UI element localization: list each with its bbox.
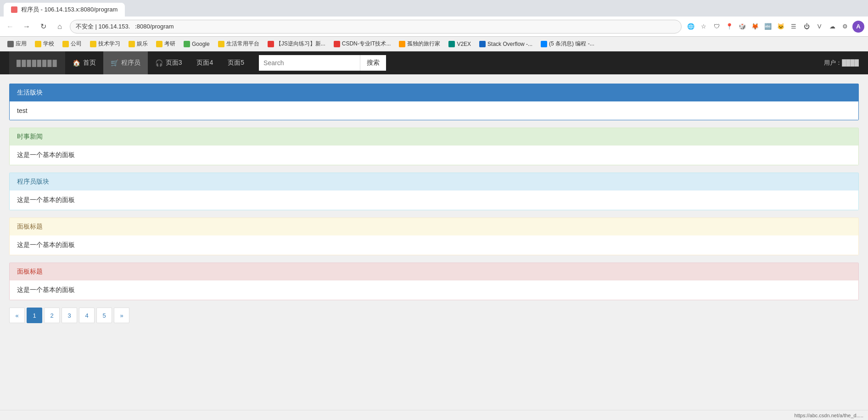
bookmark-icon[interactable]: ☆ <box>698 21 709 32</box>
extension3-icon[interactable]: 🎲 <box>737 21 748 32</box>
browser-toolbar-icons: 🌐 ☆ 🛡 📍 🎲 🦊 🔤 🐱 ☰ ⏻ V ☁ ⚙ A <box>685 21 864 33</box>
panel-life: 生活版块 test <box>9 84 859 120</box>
nav-page4-label: 页面4 <box>196 59 213 67</box>
bookmark-csdn[interactable]: CSDN-专业IT技术... <box>330 39 395 49</box>
bookmark-school[interactable]: 学校 <box>31 39 58 49</box>
forward-button[interactable]: → <box>20 20 33 33</box>
bookmark-zhihu-label: (5 条消息) 编程 -... <box>549 40 594 48</box>
profile-icon[interactable]: A <box>852 21 864 33</box>
pagination-next-label: » <box>120 312 123 319</box>
bookmark-apps[interactable]: 应用 <box>4 39 30 49</box>
extension2-icon[interactable]: 📍 <box>724 21 735 32</box>
address-input[interactable] <box>70 20 682 34</box>
extension5-icon[interactable]: 🔤 <box>762 21 773 32</box>
company-icon <box>62 41 69 47</box>
panel-danger-header: 面板标题 <box>10 263 858 280</box>
back-button[interactable]: ← <box>4 20 17 33</box>
bookmark-js-label: 【JS逆向练习】新... <box>276 40 325 48</box>
nav-home[interactable]: 🏠 首页 <box>65 51 103 74</box>
power-icon[interactable]: ⏻ <box>801 21 812 32</box>
bookmark-google[interactable]: Google <box>180 39 213 49</box>
panel-news: 时事新闻 这是一个基本的面板 <box>9 128 859 165</box>
pagination-page-2[interactable]: 2 <box>44 308 60 323</box>
search-input[interactable] <box>259 55 360 71</box>
user-v-icon[interactable]: V <box>814 21 825 32</box>
apps-icon <box>7 41 14 47</box>
pagination-page-3[interactable]: 3 <box>62 308 77 323</box>
bookmark-tech[interactable]: 技术学习 <box>86 39 124 49</box>
panel-programmer-body: 这是一个基本的面板 <box>10 190 858 210</box>
school-icon <box>35 41 41 47</box>
bookmarks-bar: 应用 学校 公司 技术学习 娱乐 考研 Google 生活常用平台 <box>0 37 868 51</box>
pagination-prev[interactable]: « <box>9 308 25 323</box>
cloud-icon[interactable]: ☁ <box>827 21 838 32</box>
bookmark-tech-label: 技术学习 <box>98 40 120 48</box>
life-icon <box>218 41 224 47</box>
bookmark-life[interactable]: 生活常用平台 <box>214 39 263 49</box>
panel-warning-body: 这是一个基本的面板 <box>10 235 858 255</box>
entertainment-icon <box>129 41 135 47</box>
bookmark-apps-label: 应用 <box>16 40 27 48</box>
bookmark-v2ex[interactable]: V2EX <box>445 39 475 49</box>
search-button[interactable]: 搜索 <box>360 55 386 71</box>
panel-life-title: 生活版块 <box>17 89 43 96</box>
bookmark-travel[interactable]: 孤独的旅行家 <box>395 39 444 49</box>
bookmark-company-label: 公司 <box>71 40 82 48</box>
logo-text: ████████ <box>17 60 58 67</box>
bookmark-zhihu[interactable]: (5 条消息) 编程 -... <box>537 39 598 49</box>
nav-page4[interactable]: 页面4 <box>189 51 220 74</box>
pagination-page-1-label: 1 <box>33 312 36 319</box>
pagination-page-3-label: 3 <box>67 312 71 319</box>
panel-danger-body: 这是一个基本的面板 <box>10 280 858 300</box>
pagination-page-5[interactable]: 5 <box>96 308 112 323</box>
nav-programmer-label: 程序员 <box>121 59 140 67</box>
page3-nav-icon: 🎧 <box>155 59 163 67</box>
panel-news-header: 时事新闻 <box>10 128 858 146</box>
pagination-page-5-label: 5 <box>102 312 106 319</box>
bookmark-company[interactable]: 公司 <box>59 39 85 49</box>
bookmark-entertainment[interactable]: 娱乐 <box>125 39 151 49</box>
extension7-icon[interactable]: ☰ <box>788 21 799 32</box>
panel-news-body: 这是一个基本的面板 <box>10 146 858 165</box>
panel-news-content: 这是一个基本的面板 <box>17 151 75 158</box>
nav-page3-label: 页面3 <box>166 59 182 67</box>
bookmark-exam[interactable]: 考研 <box>152 39 179 49</box>
extension1-icon[interactable]: 🛡 <box>711 21 722 32</box>
pagination-next[interactable]: » <box>114 308 129 323</box>
user-info: 用户：████ <box>824 59 859 67</box>
nav-programmer[interactable]: 🛒 程序员 <box>103 51 148 74</box>
panel-warning-title: 面板标题 <box>17 223 43 230</box>
programmer-nav-icon: 🛒 <box>111 59 118 67</box>
active-tab[interactable]: 程序员 - 106.14.153.x:8080/program <box>4 3 125 17</box>
extensions-icon[interactable]: ⚙ <box>840 21 851 32</box>
nav-page3[interactable]: 🎧 页面3 <box>148 51 190 74</box>
panel-warning-content: 这是一个基本的面板 <box>17 241 75 248</box>
extension4-icon[interactable]: 🦊 <box>750 21 761 32</box>
panel-danger-title: 面板标题 <box>17 268 43 275</box>
csdn-icon <box>334 41 340 47</box>
search-btn-label: 搜索 <box>367 59 380 66</box>
home-nav-icon: 🏠 <box>73 59 80 67</box>
bookmark-stackoverflow[interactable]: Stack Overflow -... <box>476 39 536 49</box>
reload-button[interactable]: ↻ <box>37 20 50 33</box>
panel-warning: 面板标题 这是一个基本的面板 <box>9 218 859 255</box>
home-button[interactable]: ⌂ <box>53 20 66 33</box>
app-navbar: ████████ 🏠 首页 🛒 程序员 🎧 页面3 页面4 页面5 搜索 用户：… <box>0 51 868 74</box>
google-icon <box>184 41 190 47</box>
bookmark-school-label: 学校 <box>43 40 54 48</box>
pagination-page-4[interactable]: 4 <box>79 308 95 323</box>
bookmark-exam-label: 考研 <box>164 40 175 48</box>
panel-programmer-header: 程序员版块 <box>10 173 858 190</box>
pagination-page-4-label: 4 <box>85 312 88 319</box>
pagination-page-2-label: 2 <box>50 312 53 319</box>
panel-programmer-content: 这是一个基本的面板 <box>17 196 75 203</box>
bookmark-js[interactable]: 【JS逆向练习】新... <box>264 39 329 49</box>
translate-icon[interactable]: 🌐 <box>685 21 696 32</box>
main-content: 生活版块 test 时事新闻 这是一个基本的面板 程序员版块 这是一个基本的面板… <box>0 74 868 350</box>
user-label: 用户：████ <box>824 59 859 66</box>
pagination-page-1[interactable]: 1 <box>27 308 42 323</box>
js-icon <box>268 41 274 47</box>
nav-page5[interactable]: 页面5 <box>220 51 252 74</box>
extension6-icon[interactable]: 🐱 <box>775 21 786 32</box>
bookmark-entertainment-label: 娱乐 <box>137 40 148 48</box>
